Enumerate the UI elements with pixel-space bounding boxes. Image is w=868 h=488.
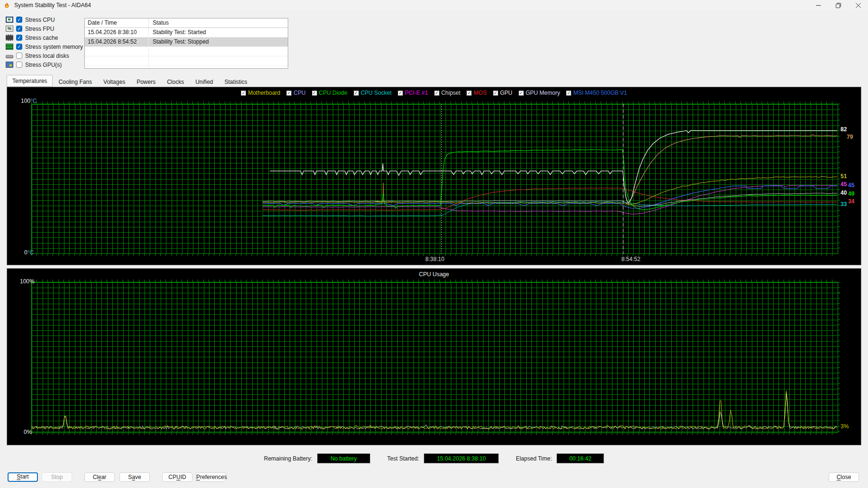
stress-checkbox-disk[interactable] <box>16 53 22 59</box>
fpu-icon: % <box>6 26 13 32</box>
temp-value-label: 49 <box>848 190 854 197</box>
temp-axis-min-label: 0°C <box>24 249 34 256</box>
disk-icon <box>6 55 13 58</box>
legend-item-gpu[interactable]: ✓GPU <box>493 90 512 96</box>
stress-option-label: Stress CPU <box>25 17 55 23</box>
log-datetime-cell: 15.04.2026 8:54:52 <box>85 37 149 46</box>
gpu-icon <box>6 62 13 68</box>
elapsed-time-label: Elapsed Time: <box>516 455 552 462</box>
legend-checkbox[interactable]: ✓ <box>466 90 472 96</box>
tab-clocks[interactable]: Clocks <box>161 77 190 87</box>
legend-item-msi-m450-500gb-v1[interactable]: ✓MSI M450 500GB V1 <box>566 90 627 96</box>
legend-item-gpu-memory[interactable]: ✓GPU Memory <box>519 90 560 96</box>
legend-checkbox[interactable]: ✓ <box>398 90 403 96</box>
cpu-usage-highlight <box>31 392 837 429</box>
cpu-axis-min-label: 0% <box>24 429 32 435</box>
save-button[interactable]: Save <box>119 472 150 482</box>
cpu-chart-title: CPU Usage <box>7 271 861 278</box>
legend-item-chipset[interactable]: ✓Chipset <box>434 90 461 96</box>
stress-checkbox-gpu[interactable] <box>16 62 22 68</box>
battery-value-box: No battery <box>317 453 370 463</box>
time-axis-label: 8:54:52 <box>621 256 640 262</box>
window-title: System Stability Test - AIDA64 <box>14 2 91 9</box>
cpu-usage-plot <box>31 282 837 432</box>
legend-item-cpu-diode[interactable]: ✓CPU Diode <box>312 90 347 96</box>
legend-item-cpu[interactable]: ✓CPU <box>286 90 305 96</box>
legend-item-motherboard[interactable]: ✓Motherboard <box>241 90 280 96</box>
column-header-datetime[interactable]: Date / Time <box>85 18 149 27</box>
legend-label: Motherboard <box>248 90 280 96</box>
window-titlebar: System Stability Test - AIDA64 <box>0 0 868 10</box>
clear-button[interactable]: Clear <box>84 472 115 482</box>
legend-checkbox[interactable]: ✓ <box>519 90 524 96</box>
temperature-chart-panel: ✓Motherboard✓CPU✓CPU Diode✓CPU Socket✓PC… <box>7 87 861 265</box>
table-row[interactable]: 15.04.2026 8:54:52Stability Test: Stoppe… <box>85 37 288 47</box>
legend-label: Chipset <box>441 90 461 96</box>
start-button[interactable]: Start <box>8 472 38 482</box>
table-row-empty <box>85 66 288 69</box>
event-log-header: Date / Time Status <box>85 18 288 28</box>
stress-option-label: Stress local disks <box>25 53 69 59</box>
legend-label: CPU Diode <box>319 90 347 96</box>
legend-label: CPU Socket <box>361 90 392 96</box>
time-axis-label: 8:38:10 <box>425 256 444 262</box>
stress-checkbox-fpu[interactable]: ✓ <box>16 26 22 32</box>
chart-tab-bar: TemperaturesCooling FansVoltagesPowersCl… <box>7 75 861 87</box>
close-icon <box>856 3 861 8</box>
legend-label: PCI-E #1 <box>405 90 428 96</box>
legend-checkbox[interactable]: ✓ <box>566 90 571 96</box>
legend-checkbox[interactable]: ✓ <box>493 90 498 96</box>
temp-series-motherboard <box>263 177 837 205</box>
action-button-row: StartStopClearSaveCPUIDPreferencesClose <box>0 472 868 483</box>
tab-unified[interactable]: Unified <box>190 77 219 87</box>
temp-value-label: 34 <box>848 198 854 205</box>
event-log-body: 15.04.2026 8:38:10Stability Test: Starte… <box>85 28 288 69</box>
legend-checkbox[interactable]: ✓ <box>434 90 439 96</box>
app-flame-icon <box>3 2 10 9</box>
restore-icon <box>836 3 841 8</box>
legend-checkbox[interactable]: ✓ <box>241 90 246 96</box>
cpuid-button[interactable]: CPUID <box>162 472 192 482</box>
temp-series-chipset <box>263 193 837 207</box>
time-marker-dashed <box>623 104 623 254</box>
tab-statistics[interactable]: Statistics <box>219 77 253 87</box>
temp-grid-right-ticks <box>838 104 840 253</box>
stress-option-label: Stress system memory <box>25 44 83 50</box>
tab-temperatures[interactable]: Temperatures <box>7 75 53 87</box>
cpu-icon <box>6 17 13 23</box>
minimize-button[interactable] <box>808 0 828 10</box>
stress-checkbox-cpu[interactable]: ✓ <box>16 17 22 23</box>
legend-checkbox[interactable]: ✓ <box>286 90 292 96</box>
stress-checkbox-cache[interactable]: ✓ <box>16 35 22 41</box>
log-status-cell <box>149 56 288 65</box>
legend-label: GPU Memory <box>526 90 560 96</box>
legend-item-mos[interactable]: ✓MOS <box>466 90 486 96</box>
temp-value-label: 79 <box>847 134 853 140</box>
tab-voltages[interactable]: Voltages <box>98 77 131 87</box>
stop-button[interactable]: Stop <box>42 472 72 482</box>
log-status-cell <box>149 47 288 56</box>
legend-item-pci-e-1[interactable]: ✓PCI-E #1 <box>398 90 428 96</box>
temp-value-label: 33 <box>841 201 847 208</box>
temp-value-label: 51 <box>841 173 847 180</box>
cpu-current-value-label: 3% <box>841 423 849 430</box>
table-row[interactable]: 15.04.2026 8:38:10Stability Test: Starte… <box>85 28 288 37</box>
close-window-button[interactable] <box>848 0 868 10</box>
tab-cooling-fans[interactable]: Cooling Fans <box>53 77 98 87</box>
cpu-usage-chart-panel: CPU Usage 100% 0% 3% <box>7 268 861 445</box>
temperature-plot <box>31 104 837 253</box>
column-header-status[interactable]: Status <box>149 18 288 27</box>
legend-item-cpu-socket[interactable]: ✓CPU Socket <box>354 90 392 96</box>
legend-checkbox[interactable]: ✓ <box>312 90 317 96</box>
legend-checkbox[interactable]: ✓ <box>354 90 359 96</box>
close-button[interactable]: Close <box>829 472 859 482</box>
preferences-button[interactable]: Preferences <box>196 472 226 482</box>
stress-checkbox-mem[interactable]: ✓ <box>16 44 22 50</box>
minimize-icon <box>816 3 821 8</box>
table-row-empty <box>85 47 288 56</box>
temp-series-cpu <box>270 131 837 202</box>
tab-powers[interactable]: Powers <box>131 77 161 87</box>
temp-value-label: 45 <box>848 182 854 189</box>
restore-button[interactable] <box>828 0 848 10</box>
log-datetime-cell <box>85 66 149 69</box>
